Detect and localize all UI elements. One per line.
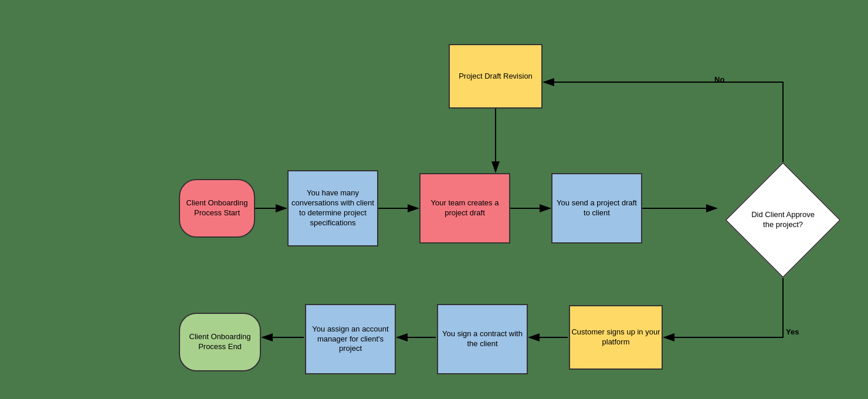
team-creates-label: Your team creates a project draft xyxy=(421,198,509,218)
end-label: Client Onboarding Process End xyxy=(180,332,260,352)
no-label: No xyxy=(714,75,724,84)
customer-signs-node: Customer signs up in your platform xyxy=(569,305,663,370)
yes-label: Yes xyxy=(786,327,799,336)
send-draft-node: You send a project draft to client xyxy=(551,173,642,244)
send-draft-label: You send a project draft to client xyxy=(552,198,641,218)
sign-contract-label: You sign a contract with the client xyxy=(438,329,527,349)
assign-manager-label: You assign an account manager for client… xyxy=(306,324,395,354)
conversations-node: You have many conversations with client … xyxy=(287,170,378,246)
start-label: Client Onboarding Process Start xyxy=(180,198,254,218)
team-creates-node: Your team creates a project draft xyxy=(419,173,510,244)
flowchart: No Yes Project Draft Revision Client Onb… xyxy=(0,0,868,399)
customer-signs-label: Customer signs up in your platform xyxy=(570,327,662,347)
project-draft-revision-node: Project Draft Revision xyxy=(449,44,542,109)
project-draft-revision-label: Project Draft Revision xyxy=(459,72,533,82)
end-node: Client Onboarding Process End xyxy=(179,313,261,371)
assign-manager-node: You assign an account manager for client… xyxy=(305,304,396,374)
conversations-label: You have many conversations with client … xyxy=(289,188,377,228)
did-approve-label: Did Client Approve the project? xyxy=(743,207,823,233)
did-approve-node: Did Client Approve the project? xyxy=(725,162,841,278)
start-node: Client Onboarding Process Start xyxy=(179,179,255,238)
sign-contract-node: You sign a contract with the client xyxy=(437,304,528,374)
